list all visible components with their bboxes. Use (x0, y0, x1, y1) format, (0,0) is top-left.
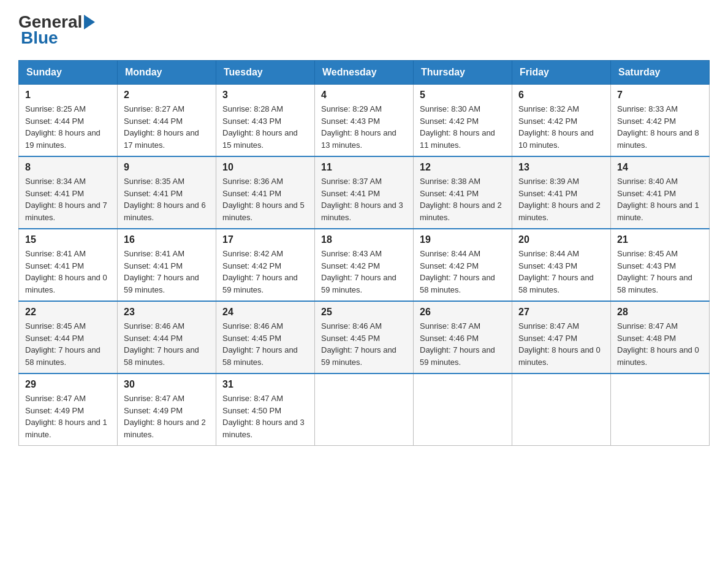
calendar-cell: 4 Sunrise: 8:29 AM Sunset: 4:43 PM Dayli… (315, 85, 414, 157)
calendar-cell: 3 Sunrise: 8:28 AM Sunset: 4:43 PM Dayli… (216, 85, 315, 157)
day-number: 18 (321, 234, 407, 245)
day-info: Sunrise: 8:36 AM Sunset: 4:41 PM Dayligh… (222, 175, 308, 223)
calendar-cell: 13 Sunrise: 8:39 AM Sunset: 4:41 PM Dayl… (512, 156, 611, 229)
calendar-cell: 29 Sunrise: 8:47 AM Sunset: 4:49 PM Dayl… (19, 373, 118, 446)
weekday-header-tuesday: Tuesday (216, 61, 315, 85)
calendar-cell: 14 Sunrise: 8:40 AM Sunset: 4:41 PM Dayl… (611, 156, 710, 229)
calendar-cell: 17 Sunrise: 8:42 AM Sunset: 4:42 PM Dayl… (216, 229, 315, 301)
day-number: 28 (617, 307, 703, 318)
calendar-cell: 22 Sunrise: 8:45 AM Sunset: 4:44 PM Dayl… (19, 301, 118, 373)
day-info: Sunrise: 8:35 AM Sunset: 4:41 PM Dayligh… (124, 175, 210, 223)
day-info: Sunrise: 8:38 AM Sunset: 4:41 PM Dayligh… (420, 175, 506, 223)
day-info: Sunrise: 8:45 AM Sunset: 4:43 PM Dayligh… (617, 248, 703, 296)
day-info: Sunrise: 8:39 AM Sunset: 4:41 PM Dayligh… (518, 175, 604, 223)
calendar-cell: 26 Sunrise: 8:47 AM Sunset: 4:46 PM Dayl… (414, 301, 512, 373)
day-number: 7 (617, 90, 703, 101)
day-number: 15 (25, 234, 111, 245)
day-number: 1 (25, 90, 111, 101)
day-number: 13 (518, 162, 604, 173)
weekday-header-sunday: Sunday (19, 61, 118, 85)
day-number: 11 (321, 162, 407, 173)
logo: General Blue (18, 12, 97, 48)
day-info: Sunrise: 8:47 AM Sunset: 4:49 PM Dayligh… (124, 393, 210, 440)
day-number: 19 (420, 234, 506, 245)
day-info: Sunrise: 8:28 AM Sunset: 4:43 PM Dayligh… (222, 103, 308, 151)
day-info: Sunrise: 8:45 AM Sunset: 4:44 PM Dayligh… (25, 320, 111, 368)
calendar-cell: 24 Sunrise: 8:46 AM Sunset: 4:45 PM Dayl… (216, 301, 315, 373)
calendar-cell: 25 Sunrise: 8:46 AM Sunset: 4:45 PM Dayl… (315, 301, 414, 373)
day-number: 3 (222, 90, 308, 101)
day-number: 20 (518, 234, 604, 245)
day-number: 6 (518, 90, 604, 101)
day-number: 31 (222, 379, 308, 390)
calendar-cell: 18 Sunrise: 8:43 AM Sunset: 4:42 PM Dayl… (315, 229, 414, 301)
day-info: Sunrise: 8:47 AM Sunset: 4:46 PM Dayligh… (420, 320, 506, 368)
logo-arrow-icon (84, 15, 95, 29)
calendar-cell: 28 Sunrise: 8:47 AM Sunset: 4:48 PM Dayl… (611, 301, 710, 373)
day-number: 30 (124, 379, 210, 390)
calendar-cell (315, 373, 414, 446)
calendar-cell: 31 Sunrise: 8:47 AM Sunset: 4:50 PM Dayl… (216, 373, 315, 446)
day-info: Sunrise: 8:29 AM Sunset: 4:43 PM Dayligh… (321, 103, 407, 151)
day-info: Sunrise: 8:46 AM Sunset: 4:44 PM Dayligh… (124, 320, 210, 368)
day-number: 29 (25, 379, 111, 390)
weekday-header-saturday: Saturday (611, 61, 710, 85)
day-info: Sunrise: 8:41 AM Sunset: 4:41 PM Dayligh… (25, 248, 111, 296)
calendar-cell (512, 373, 611, 446)
day-number: 17 (222, 234, 308, 245)
calendar-table: SundayMondayTuesdayWednesdayThursdayFrid… (18, 60, 710, 446)
calendar-week-row: 22 Sunrise: 8:45 AM Sunset: 4:44 PM Dayl… (19, 301, 710, 373)
day-number: 27 (518, 307, 604, 318)
day-number: 26 (420, 307, 506, 318)
calendar-cell (611, 373, 710, 446)
calendar-cell: 2 Sunrise: 8:27 AM Sunset: 4:44 PM Dayli… (118, 85, 216, 157)
day-info: Sunrise: 8:44 AM Sunset: 4:42 PM Dayligh… (420, 248, 506, 296)
calendar-week-row: 29 Sunrise: 8:47 AM Sunset: 4:49 PM Dayl… (19, 373, 710, 446)
day-number: 14 (617, 162, 703, 173)
calendar-cell: 12 Sunrise: 8:38 AM Sunset: 4:41 PM Dayl… (414, 156, 512, 229)
day-number: 21 (617, 234, 703, 245)
calendar-week-row: 8 Sunrise: 8:34 AM Sunset: 4:41 PM Dayli… (19, 156, 710, 229)
day-number: 22 (25, 307, 111, 318)
day-info: Sunrise: 8:47 AM Sunset: 4:47 PM Dayligh… (518, 320, 604, 368)
day-info: Sunrise: 8:47 AM Sunset: 4:48 PM Dayligh… (617, 320, 703, 368)
day-info: Sunrise: 8:44 AM Sunset: 4:43 PM Dayligh… (518, 248, 604, 296)
day-number: 8 (25, 162, 111, 173)
weekday-header-wednesday: Wednesday (315, 61, 414, 85)
weekday-header-friday: Friday (512, 61, 611, 85)
day-info: Sunrise: 8:42 AM Sunset: 4:42 PM Dayligh… (222, 248, 308, 296)
day-info: Sunrise: 8:47 AM Sunset: 4:50 PM Dayligh… (222, 393, 308, 440)
day-info: Sunrise: 8:47 AM Sunset: 4:49 PM Dayligh… (25, 393, 111, 440)
calendar-cell: 10 Sunrise: 8:36 AM Sunset: 4:41 PM Dayl… (216, 156, 315, 229)
day-info: Sunrise: 8:46 AM Sunset: 4:45 PM Dayligh… (222, 320, 308, 368)
day-info: Sunrise: 8:32 AM Sunset: 4:42 PM Dayligh… (518, 103, 604, 151)
calendar-cell: 27 Sunrise: 8:47 AM Sunset: 4:47 PM Dayl… (512, 301, 611, 373)
calendar-cell: 23 Sunrise: 8:46 AM Sunset: 4:44 PM Dayl… (118, 301, 216, 373)
calendar-week-row: 1 Sunrise: 8:25 AM Sunset: 4:44 PM Dayli… (19, 85, 710, 157)
day-info: Sunrise: 8:33 AM Sunset: 4:42 PM Dayligh… (617, 103, 703, 151)
day-info: Sunrise: 8:37 AM Sunset: 4:41 PM Dayligh… (321, 175, 407, 223)
calendar-cell: 15 Sunrise: 8:41 AM Sunset: 4:41 PM Dayl… (19, 229, 118, 301)
calendar-cell: 6 Sunrise: 8:32 AM Sunset: 4:42 PM Dayli… (512, 85, 611, 157)
page-header: General Blue (18, 12, 710, 48)
weekday-header-row: SundayMondayTuesdayWednesdayThursdayFrid… (19, 61, 710, 85)
day-info: Sunrise: 8:27 AM Sunset: 4:44 PM Dayligh… (124, 103, 210, 151)
calendar-cell: 21 Sunrise: 8:45 AM Sunset: 4:43 PM Dayl… (611, 229, 710, 301)
weekday-header-monday: Monday (118, 61, 216, 85)
day-number: 12 (420, 162, 506, 173)
day-info: Sunrise: 8:43 AM Sunset: 4:42 PM Dayligh… (321, 248, 407, 296)
day-info: Sunrise: 8:46 AM Sunset: 4:45 PM Dayligh… (321, 320, 407, 368)
day-info: Sunrise: 8:25 AM Sunset: 4:44 PM Dayligh… (25, 103, 111, 151)
calendar-week-row: 15 Sunrise: 8:41 AM Sunset: 4:41 PM Dayl… (19, 229, 710, 301)
calendar-cell: 9 Sunrise: 8:35 AM Sunset: 4:41 PM Dayli… (118, 156, 216, 229)
calendar-cell: 5 Sunrise: 8:30 AM Sunset: 4:42 PM Dayli… (414, 85, 512, 157)
calendar-cell: 20 Sunrise: 8:44 AM Sunset: 4:43 PM Dayl… (512, 229, 611, 301)
logo-blue-text: Blue (21, 28, 58, 48)
day-info: Sunrise: 8:30 AM Sunset: 4:42 PM Dayligh… (420, 103, 506, 151)
day-number: 23 (124, 307, 210, 318)
day-number: 10 (222, 162, 308, 173)
day-number: 16 (124, 234, 210, 245)
day-number: 2 (124, 90, 210, 101)
calendar-cell: 19 Sunrise: 8:44 AM Sunset: 4:42 PM Dayl… (414, 229, 512, 301)
day-number: 24 (222, 307, 308, 318)
